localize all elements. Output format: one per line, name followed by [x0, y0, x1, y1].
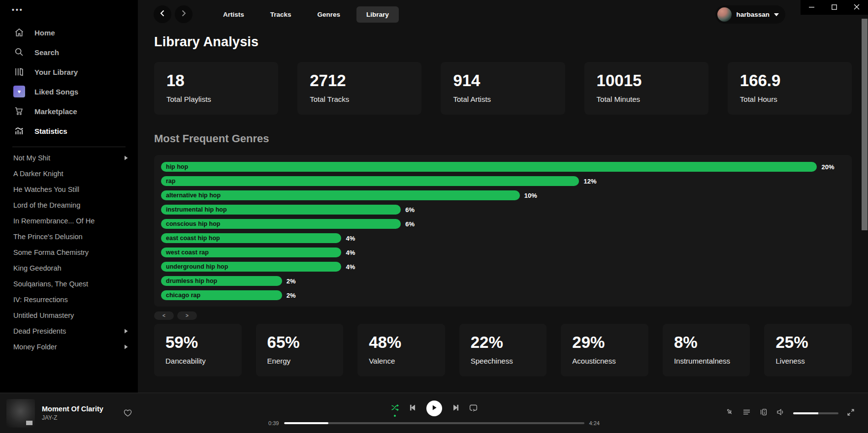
heart-outline-icon[interactable] — [123, 408, 132, 418]
progress-bar[interactable] — [284, 422, 584, 424]
volume-slider[interactable] — [793, 412, 838, 414]
genre-bar: alternative hip hop — [161, 190, 520, 200]
album-art[interactable] — [6, 399, 35, 428]
volume-button[interactable] — [776, 408, 785, 418]
forward-button[interactable] — [175, 5, 193, 23]
sidebar-playlist-not-my-shit[interactable]: Not My Shit — [0, 150, 138, 166]
minimize-button[interactable] — [801, 0, 823, 15]
repeat-button[interactable] — [469, 403, 478, 414]
tab-library[interactable]: Library — [356, 6, 399, 23]
cart-icon — [13, 105, 25, 117]
close-button[interactable] — [845, 0, 868, 15]
tab-artists[interactable]: Artists — [213, 6, 254, 23]
playlist-label: Some Forma Chemistry — [13, 248, 128, 256]
home-icon — [13, 27, 25, 38]
next-button[interactable] — [452, 404, 459, 413]
feature-card-danceability: 59%Danceability — [154, 324, 242, 376]
sidebar-playlist-a-darker-knight[interactable]: A Darker Knight — [0, 166, 138, 182]
sidebar-playlist-dead-presidents[interactable]: Dead Presidents — [0, 323, 138, 339]
genre-bar: hip hop — [161, 162, 817, 172]
sidebar-item-label: Your Library — [34, 68, 78, 76]
sidebar-playlist-the-prince-s-delusion[interactable]: The Prince's Delusion — [0, 229, 138, 245]
pager-prev-button[interactable]: < — [154, 311, 174, 320]
lyrics-button[interactable] — [726, 408, 734, 418]
feature-card-energy: 65%Energy — [256, 324, 344, 376]
genre-bar-row: hip hop20% — [161, 162, 844, 172]
track-info: Moment Of Clarity JAY-Z — [42, 405, 103, 421]
sidebar-playlist-soulqarians-the-quest[interactable]: Soulqarians, The Quest — [0, 276, 138, 292]
tab-tracks[interactable]: Tracks — [260, 6, 301, 23]
user-menu[interactable]: harbassan — [715, 5, 785, 24]
feature-card-instrumentalness: 8%Instrumentalness — [663, 324, 750, 376]
topbar: ArtistsTracksGenresLibrary harbassan — [138, 0, 868, 29]
close-icon — [854, 3, 860, 12]
liked-songs-tile: ♥ — [13, 86, 25, 97]
genres-heading: Most Frequent Genres — [154, 132, 852, 145]
track-title[interactable]: Moment Of Clarity — [42, 405, 103, 413]
chevron-left-icon — [158, 9, 167, 20]
caret-down-icon — [774, 13, 779, 16]
sidebar-playlist-king-geedorah[interactable]: King Geedorah — [0, 260, 138, 276]
fullscreen-icon — [847, 408, 855, 418]
fullscreen-button[interactable] — [847, 408, 855, 418]
play-button[interactable] — [426, 401, 442, 416]
playlist-label: A Darker Knight — [13, 170, 128, 178]
maximize-icon — [832, 3, 837, 12]
playlist-label: Untitled Unmastery — [13, 311, 128, 319]
sidebar-playlist-iv-resurrections[interactable]: IV: Resurrections — [0, 292, 138, 308]
feature-label: Valence — [369, 357, 445, 365]
audio-features-row: 59%Danceability65%Energy48%Valence22%Spe… — [154, 324, 852, 376]
library-analysis-content: Library Analysis 18Total Playlists2712To… — [138, 34, 868, 376]
scrollbar-thumb[interactable] — [862, 19, 868, 230]
genre-bar-value: 4% — [346, 263, 355, 271]
connect-device-button[interactable] — [759, 408, 768, 418]
genre-bar: instrumental hip hop — [161, 205, 401, 215]
tab-genres[interactable]: Genres — [308, 6, 351, 23]
sidebar-playlist-lord-of-the-dreaming[interactable]: Lord of the Dreaming — [0, 197, 138, 213]
sidebar-playlist-money-folder[interactable]: Money Folder — [0, 339, 138, 355]
shuffle-button[interactable] — [391, 403, 399, 414]
previous-button[interactable] — [409, 404, 417, 413]
sidebar-item-liked-songs[interactable]: ♥Liked Songs — [0, 82, 138, 101]
feature-value: 29% — [572, 334, 648, 351]
genre-bar-chart: hip hop20%rap12%alternative hip hop10%in… — [154, 155, 852, 307]
feature-label: Instrumentalness — [674, 357, 750, 365]
more-options-icon[interactable]: ••• — [0, 5, 138, 23]
sidebar-playlist-untitled-unmastery[interactable]: Untitled Unmastery — [0, 308, 138, 323]
playlist-label: In Remembrance... Of He — [13, 217, 128, 225]
genre-bar-row: west coast rap4% — [161, 247, 844, 257]
sidebar-playlist-he-watches-you-still[interactable]: He Watches You Still — [0, 182, 138, 197]
stat-label: Total Artists — [453, 95, 565, 103]
feature-value: 25% — [775, 334, 852, 351]
sidebar-item-statistics[interactable]: Statistics — [0, 121, 138, 141]
stat-card-total-playlists: 18Total Playlists — [154, 62, 278, 115]
sidebar-item-marketplace[interactable]: Marketplace — [0, 101, 138, 121]
genre-bar-row: alternative hip hop10% — [161, 190, 844, 200]
genre-bar-value: 20% — [821, 163, 834, 171]
genre-bar-value: 12% — [583, 178, 596, 185]
elapsed-time: 0:39 — [265, 420, 279, 426]
app-window: ••• HomeSearchYour Library♥Liked SongsMa… — [0, 0, 868, 433]
genre-bar-value: 6% — [405, 206, 415, 214]
maximize-button[interactable] — [823, 0, 846, 15]
window-controls — [801, 0, 868, 15]
now-playing-left: Moment Of Clarity JAY-Z — [0, 399, 226, 428]
playlist-label: Lord of the Dreaming — [13, 201, 128, 209]
sidebar-playlist-some-forma-chemistry[interactable]: Some Forma Chemistry — [0, 245, 138, 260]
playback-controls — [391, 400, 478, 417]
sidebar-item-search[interactable]: Search — [0, 42, 138, 62]
feature-label: Energy — [267, 357, 344, 365]
track-artist[interactable]: JAY-Z — [42, 414, 103, 421]
sidebar-item-home[interactable]: Home — [0, 23, 138, 42]
repeat-icon — [469, 403, 478, 414]
sidebar-item-your-library[interactable]: Your Library — [0, 62, 138, 82]
pager-next-button[interactable]: > — [177, 311, 197, 320]
sidebar-playlist-in-remembrance-of-he[interactable]: In Remembrance... Of He — [0, 213, 138, 229]
genre-bar-label: drumless hip hop — [161, 278, 217, 284]
submenu-arrow-icon — [124, 155, 128, 160]
queue-button[interactable] — [742, 408, 751, 418]
stat-value: 166.9 — [740, 72, 852, 90]
genre-bar-label: underground hip hop — [161, 263, 228, 270]
back-button[interactable] — [154, 5, 171, 23]
sidebar-item-label: Home — [34, 29, 55, 37]
